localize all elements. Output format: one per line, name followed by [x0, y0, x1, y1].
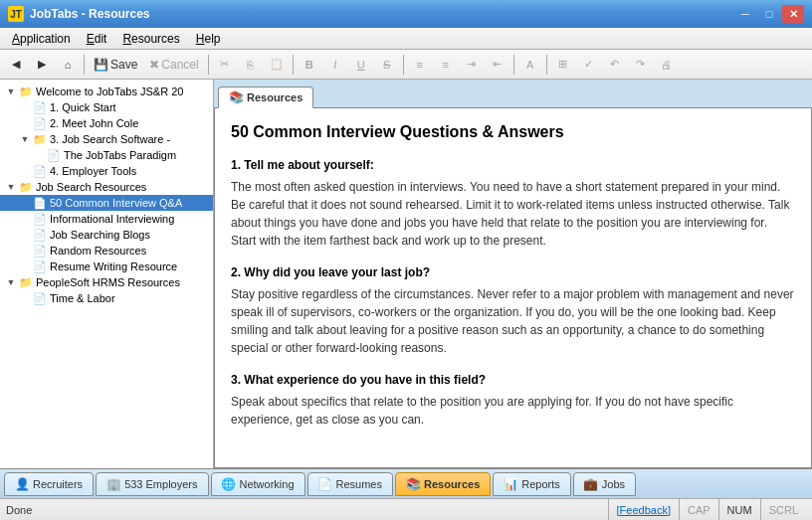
window-controls: ─ □ ✕: [734, 5, 804, 23]
status-num: NUM: [718, 499, 760, 521]
tree-item-searchingblogs[interactable]: 📄 Job Searching Blogs: [0, 227, 213, 243]
tree-label-searchingblogs: Job Searching Blogs: [50, 229, 150, 241]
print-button[interactable]: 🖨: [655, 53, 679, 77]
section-2-heading: 2. Why did you leave your last job?: [231, 263, 795, 281]
save-button[interactable]: 💾 Save: [89, 53, 142, 77]
home-button[interactable]: ⌂: [56, 53, 80, 77]
tree-item-random[interactable]: 📄 Random Resources: [0, 243, 213, 259]
tree-label-peoplesoft: PeopleSoft HRMS Resources: [36, 276, 180, 288]
menu-resources[interactable]: Resources: [114, 30, 187, 48]
tree-item-employertools[interactable]: 📄 4. Employer Tools: [0, 163, 213, 179]
tree-item-quickstart[interactable]: 📄 1. Quick Start: [0, 99, 213, 115]
doc-icon-5: 📄: [32, 196, 48, 210]
align-left-button[interactable]: ≡: [408, 53, 432, 77]
tab-recruiters[interactable]: 👤 Recruiters: [4, 472, 94, 496]
window-title: JobTabs - Resources: [30, 7, 734, 21]
menu-edit[interactable]: Edit: [79, 30, 115, 48]
tab-employers-label: 533 Employers: [124, 478, 197, 490]
expander-jobsearchresources: ▼: [4, 180, 18, 194]
tree-item-meetjohn[interactable]: 📄 2. Meet John Cole: [0, 115, 213, 131]
tree-item-peoplesoft[interactable]: ▼ 📁 PeopleSoft HRMS Resources: [0, 274, 213, 290]
tree-item-interviewqa[interactable]: 📄 50 Common Interview Q&A: [0, 195, 213, 211]
section-3-body: Speak about specifics that relate to the…: [231, 393, 795, 429]
indent-button[interactable]: ⇥: [460, 53, 484, 77]
toolbar-separator-1: [84, 55, 85, 75]
tab-reports[interactable]: 📊 Reports: [493, 472, 571, 496]
tree-item-jobsearchresources[interactable]: ▼ 📁 Job Search Resources: [0, 179, 213, 195]
doc-icon-2: 📄: [32, 116, 48, 130]
title-bar: JT JobTabs - Resources ─ □ ✕: [0, 0, 812, 28]
cut-button[interactable]: ✂: [213, 53, 237, 77]
tree-label-employertools: 4. Employer Tools: [50, 165, 136, 177]
back-button[interactable]: ◀: [4, 53, 28, 77]
tab-resumes[interactable]: 📄 Resumes: [307, 472, 393, 496]
redo-button[interactable]: ↷: [629, 53, 653, 77]
menu-application[interactable]: Application: [4, 30, 79, 48]
tree-label-interviewqa: 50 Common Interview Q&A: [50, 197, 182, 209]
bold-button[interactable]: B: [298, 53, 321, 77]
folder-icon-4: 📁: [18, 275, 34, 289]
status-done: Done: [6, 504, 608, 516]
content-section-3: 3. What experience do you have in this f…: [231, 371, 795, 429]
tab-resources[interactable]: 📚 Resources: [395, 472, 491, 496]
resources-tab-icon: 📚: [229, 90, 243, 104]
status-cap: CAP: [679, 499, 718, 521]
spell-button[interactable]: ✓: [577, 53, 601, 77]
maximize-button[interactable]: □: [758, 5, 780, 23]
expander-welcome: ▼: [4, 85, 18, 98]
folder-icon-3: 📁: [18, 180, 34, 194]
networking-icon: 🌐: [222, 477, 236, 491]
tree-item-informational[interactable]: 📄 Informational Interviewing: [0, 211, 213, 227]
content-tab-bar: 📚 Resources: [214, 80, 812, 107]
resumes-icon: 📄: [318, 477, 332, 491]
close-button[interactable]: ✕: [782, 5, 804, 23]
content-pane: 📚 Resources 50 Common Interview Question…: [214, 80, 812, 468]
toolbar-separator-4: [403, 55, 404, 75]
copy-button[interactable]: ⎘: [239, 53, 263, 77]
expander-random: [18, 244, 32, 258]
cancel-icon: ✖: [149, 58, 159, 72]
tree-item-searchsoftware[interactable]: ▼ 📁 3. Job Search Software -: [0, 131, 213, 147]
toolbar-separator-2: [208, 55, 209, 75]
underline-button[interactable]: U: [349, 53, 373, 77]
content-tab-resources[interactable]: 📚 Resources: [218, 87, 313, 108]
paste-button[interactable]: 📋: [265, 53, 289, 77]
forward-button[interactable]: ▶: [30, 53, 54, 77]
minimize-button[interactable]: ─: [734, 5, 756, 23]
status-feedback[interactable]: [Feedback]: [608, 499, 679, 521]
app-icon: JT: [8, 6, 24, 22]
expander-timelabor: [18, 291, 32, 305]
save-icon: 💾: [94, 58, 108, 72]
menu-help[interactable]: Help: [188, 30, 229, 48]
tree-item-timelabor[interactable]: 📄 Time & Labor: [0, 290, 213, 306]
expander-peoplesoft: ▼: [4, 275, 18, 289]
tree-item-paradigm[interactable]: 📄 The JobTabs Paradigm: [0, 147, 213, 163]
tree-label-informational: Informational Interviewing: [50, 213, 174, 225]
reports-icon: 📊: [504, 477, 517, 491]
tab-recruiters-label: Recruiters: [33, 478, 83, 490]
undo-button[interactable]: ↶: [603, 53, 627, 77]
folder-icon: 📁: [18, 85, 34, 98]
tree-label-resumewriting: Resume Writing Resource: [50, 260, 177, 272]
align-center-button[interactable]: ≡: [434, 53, 458, 77]
tab-resumes-label: Resumes: [336, 478, 382, 490]
tab-networking[interactable]: 🌐 Networking: [211, 472, 305, 496]
content-body[interactable]: 50 Common Interview Questions & Answers …: [214, 107, 812, 468]
doc-icon-4: 📄: [32, 164, 48, 178]
content-title: 50 Common Interview Questions & Answers: [231, 120, 795, 144]
tree-item-welcome[interactable]: ▼ 📁 Welcome to JobTabs JS&R 20: [0, 84, 213, 99]
tab-employers[interactable]: 🏢 533 Employers: [96, 472, 208, 496]
font-color-button[interactable]: A: [518, 53, 542, 77]
strikethrough-button[interactable]: S: [375, 53, 399, 77]
cancel-button[interactable]: ✖ Cancel: [144, 53, 203, 77]
menu-bar: Application Edit Resources Help: [0, 28, 812, 50]
toolbar-separator-6: [546, 55, 547, 75]
outdent-button[interactable]: ⇤: [486, 53, 509, 77]
section-3-heading: 3. What experience do you have in this f…: [231, 371, 795, 389]
status-scrl: SCRL: [760, 499, 806, 521]
tree-item-resumewriting[interactable]: 📄 Resume Writing Resource: [0, 259, 213, 274]
tab-resources-label: Resources: [424, 478, 480, 490]
table-button[interactable]: ⊞: [551, 53, 575, 77]
tab-jobs[interactable]: 💼 Jobs: [573, 472, 636, 496]
italic-button[interactable]: I: [323, 53, 347, 77]
